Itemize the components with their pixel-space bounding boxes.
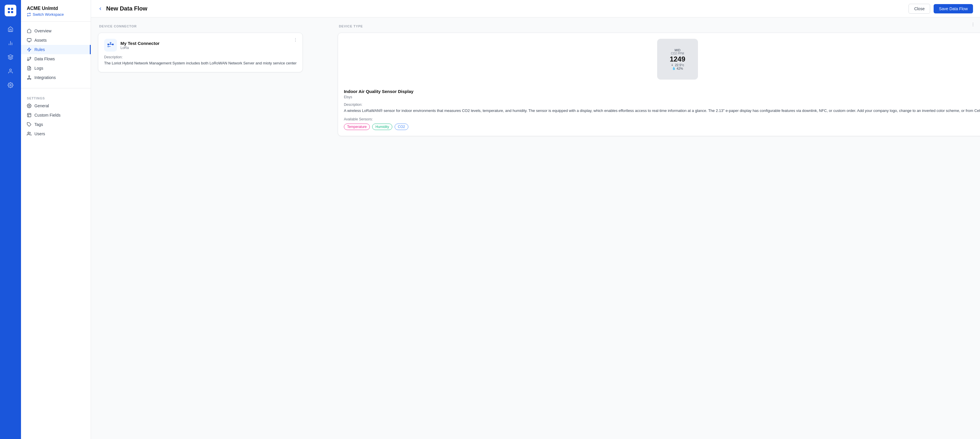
svg-marker-7 [8, 55, 13, 57]
connector-icon [104, 39, 117, 52]
svg-point-15 [27, 59, 29, 61]
svg-point-24 [29, 105, 30, 106]
device-desc-label: Description: [344, 103, 980, 107]
nav-assets[interactable]: Assets [21, 36, 91, 45]
page-title: New Data Flow [106, 5, 147, 12]
humidity-value: 42% [677, 67, 683, 70]
device-connector-header: DEVICE CONNECTOR [98, 24, 303, 28]
tag-temperature: Temperature [344, 124, 370, 130]
left-nav: ACME Unlmtd Switch Workspace Overview As… [21, 0, 91, 439]
main-content: New Data Flow Close Save Data Flow DEVIC… [91, 0, 980, 439]
nav-header: ACME Unlmtd Switch Workspace [21, 0, 91, 22]
device-connector-card: My Test Connector LoRa Description: The … [98, 33, 303, 72]
svg-rect-1 [11, 8, 13, 10]
connector-card-header: My Test Connector LoRa [104, 39, 297, 52]
connector-desc: The Loriot Hybrid Network Management Sys… [104, 60, 297, 66]
temp-value: 22.5°c [675, 63, 684, 67]
svg-rect-10 [27, 38, 31, 41]
nav-tags[interactable]: Tags [21, 120, 91, 129]
main-nav: Overview Assets Rules Data Flows Logs In… [21, 22, 91, 87]
co2-value: 1249 [670, 55, 685, 63]
sidebar-layers-icon[interactable] [5, 51, 16, 63]
settings-section-label: SETTINGS [21, 94, 91, 101]
settings-nav: SETTINGS General Custom Fields Tags User… [21, 89, 91, 143]
tag-humidity: Humidity [372, 124, 392, 130]
nav-logs[interactable]: Logs [21, 63, 91, 73]
nav-data-flows[interactable]: Data Flows [21, 54, 91, 63]
device-title: Indoor Air Quality Sensor Display [344, 89, 980, 94]
mid-label: MID [670, 48, 685, 52]
svg-rect-0 [8, 8, 10, 10]
co2-label: CO2 PPM [670, 52, 685, 55]
mid-display: MID CO2 PPM 1249 🌡 22.5°c 💧 42% [670, 48, 685, 70]
svg-rect-41 [112, 44, 113, 45]
sidebar-user-icon[interactable] [5, 65, 16, 77]
nav-overview[interactable]: Overview [21, 26, 91, 36]
sensors-label: Available Sensors: [344, 117, 980, 121]
topbar-left: New Data Flow [98, 5, 147, 12]
device-preview: MID CO2 PPM 1249 🌡 22.5°c 💧 42% [657, 39, 698, 79]
device-connector-column: DEVICE CONNECTOR [98, 24, 303, 432]
svg-point-45 [295, 38, 296, 39]
topbar-right: Close Save Data Flow [908, 4, 973, 14]
nav-general[interactable]: General [21, 101, 91, 111]
device-manufacturer: Elsys [344, 95, 980, 99]
sidebar-home-icon[interactable] [5, 23, 16, 35]
topbar: New Data Flow Close Save Data Flow [91, 0, 980, 17]
device-type-header: DEVICE TYPE [338, 24, 980, 28]
device-type-column: DEVICE TYPE MID CO2 PPM 1249 🌡 22.5°c [338, 24, 980, 432]
nav-integrations[interactable]: Integrations [21, 73, 91, 82]
connector-info: My Test Connector LoRa [121, 41, 159, 50]
save-button[interactable]: Save Data Flow [934, 4, 973, 13]
nav-rules[interactable]: Rules [21, 45, 91, 54]
connector-desc-label: Description: [104, 55, 297, 59]
sidebar-chart-icon[interactable] [5, 37, 16, 49]
sensor-tags: Temperature Humidity CO2 [344, 124, 980, 130]
nav-custom-fields[interactable]: Custom Fields [21, 111, 91, 120]
connector-title: My Test Connector [121, 41, 159, 46]
svg-point-50 [973, 25, 973, 26]
humidity-row: 💧 42% [670, 67, 685, 70]
svg-point-47 [295, 41, 296, 42]
svg-rect-39 [108, 46, 109, 47]
svg-point-48 [973, 23, 973, 23]
sidebar-settings-icon[interactable] [5, 79, 16, 91]
device-type-card: MID CO2 PPM 1249 🌡 22.5°c 💧 42% [338, 33, 980, 136]
flow-canvas: DEVICE CONNECTOR [91, 17, 980, 439]
col-gap-1 [303, 24, 338, 432]
svg-point-14 [30, 57, 31, 58]
svg-rect-40 [110, 42, 111, 44]
svg-point-9 [10, 84, 11, 86]
svg-rect-25 [27, 113, 31, 117]
switch-workspace-btn[interactable]: Switch Workspace [27, 12, 85, 17]
close-button[interactable]: Close [908, 4, 930, 14]
device-desc: A wireless LoRaWAN® sensor for indoor en… [344, 108, 980, 114]
svg-rect-3 [11, 11, 13, 13]
app-logo[interactable] [5, 5, 16, 16]
svg-point-29 [28, 132, 29, 133]
connector-subtitle: LoRa [121, 46, 159, 50]
back-button[interactable] [98, 6, 103, 11]
svg-point-49 [973, 24, 973, 25]
nav-users[interactable]: Users [21, 129, 91, 138]
sidebar [0, 0, 21, 439]
device-type-menu-button[interactable] [970, 22, 975, 28]
connector-menu-button[interactable] [293, 38, 298, 43]
svg-rect-2 [8, 11, 10, 13]
svg-point-46 [295, 40, 296, 40]
svg-point-8 [10, 69, 12, 71]
temp-row: 🌡 22.5°c [670, 63, 685, 67]
svg-rect-38 [108, 44, 109, 45]
tag-co2: CO2 [395, 124, 408, 130]
company-name: ACME Unlmtd [27, 6, 85, 11]
svg-point-18 [29, 76, 30, 77]
